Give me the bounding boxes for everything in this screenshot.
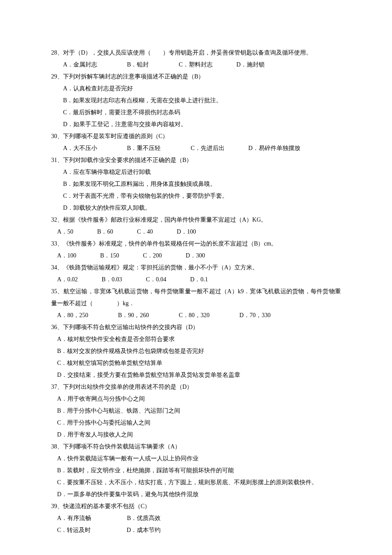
question-body: 下列对卸载作业安全要求的描述不正确的是（B） (63, 157, 192, 163)
question-block: 39、快递流程的基本要求不包括（C）A．有序流畅 B．优质高效C．转运及时 D．… (51, 500, 341, 536)
question-option: D．卸载较大的快件应双人卸载。 (51, 202, 341, 214)
question-block: 33、《快件服务》标准规定，快件的单件包装规格任何一边的长度不宜超过（B）cm。… (51, 238, 341, 262)
document-page: 28、对于（D），交接人员应该使用（ ）专用钥匙开启，并妥善保管钥匙以备查询及循… (0, 0, 392, 555)
question-option: D．一票多单的快件要集中装码，避免与其他快件混放 (51, 489, 341, 500)
question-text: 36、下列哪项不符合航空运输出站快件的交接内容（D） (51, 321, 341, 333)
question-block: 36、下列哪项不符合航空运输出站快件的交接内容（D）A．核对航空快件安全检查是否… (51, 321, 341, 381)
question-body: 航空运输，非宽体飞机载运货物，每件货物重量一般不超过（A）k9．宽体飞机载运的货… (51, 288, 341, 306)
question-number: 29、 (51, 73, 63, 80)
question-option: D．如果手工登记，注意需与交接单内容核对。 (51, 119, 341, 130)
question-number: 34、 (51, 264, 63, 271)
question-body: 对于（D），交接人员应该使用（ ）专用钥匙开启，并妥善保管钥匙以备查询及循环使用… (63, 49, 312, 56)
question-option: C．核对航空填写的货舱单货航空结算单 (51, 357, 341, 369)
question-body: 下列哪项不是装车时应遵循的原则（C） (63, 133, 168, 139)
question-text: 29、下列对拆解车辆封志的注意事项描述不正确的是（B） (51, 71, 341, 83)
question-body: 下列对拆解车辆封志的注意事项描述不正确的是（B） (63, 73, 204, 80)
question-option: B．如果发现不明化工原料漏出，用身体直接触摸或鼻嗅。 (51, 178, 341, 190)
question-option: D．用于寄发人与接收人之间 (51, 429, 341, 441)
question-block: 37、下列对出站快件交接单的使用表述不符的是（D）A．用于收寄网点与分拣中心之间… (51, 381, 341, 441)
question-option: A．认真检查封志是否完好 (51, 83, 341, 95)
question-option: C．用于分拣中心与委托运输人之间 (51, 417, 341, 429)
question-option: A．应在车辆停靠稳定后进行卸载 (51, 166, 341, 178)
question-text: 31、下列对卸载作业安全要求的描述不正确的是（B） (51, 154, 341, 166)
question-option: A．核对航空快件安全检查是否全部符合要求 (51, 333, 341, 345)
question-option: A．0.02 B．0.03 C．0.04 D．0.1 (51, 274, 341, 286)
questions-container: 28、对于（D），交接人员应该使用（ ）专用钥匙开启，并妥善保管钥匙以备查询及循… (51, 47, 341, 536)
question-number: 31、 (51, 157, 63, 163)
question-block: 30、下列哪项不是装车时应遵循的原则（C）A．大不压小 B．重不压轻 C．先进后… (51, 130, 341, 154)
question-option: A．80，250 B．90，260 C．80，320 D．70，330 (51, 309, 341, 321)
question-number: 36、 (51, 324, 63, 330)
question-body: 快递流程的基本要求不包括（C） (63, 503, 150, 509)
question-text: 33、《快件服务》标准规定，快件的单件包装规格任何一边的长度不宜超过（B）cm。 (51, 238, 341, 250)
question-body: 下列哪项不符合航空运输出站快件的交接内容（D） (63, 324, 199, 330)
question-text: 30、下列哪项不是装车时应遵循的原则（C） (51, 130, 341, 142)
question-body: 《铁路货物运输规程》规定：零担托运的货物，最小不小于（A）立方米。 (63, 264, 258, 271)
question-block: 35、航空运输，非宽体飞机载运货物，每件货物重量一般不超过（A）k9．宽体飞机载… (51, 286, 341, 321)
question-option: C．要按重不压轻，大不压小，结实打底，方下圆上，规则形居底、不规则形摆上的原则装… (51, 477, 341, 489)
question-number: 28、 (51, 49, 63, 56)
question-number: 35、 (51, 288, 63, 295)
question-option: A．金属封志 B．铅封 C．塑料封志 D．施封锁 (51, 59, 341, 71)
question-option: A．100 B．150 C．200 D．300 (51, 250, 341, 262)
question-option: B．用于分拣中心与航运、铁路、汽运部门之间 (51, 405, 341, 417)
question-option: C．最后拆解时，需要注意不得损伤封志条码 (51, 107, 341, 119)
question-body: 下列对出站快件交接单的使用表述不符的是（D） (63, 384, 193, 390)
question-option: A．50 B．60 C．40 D．100 (51, 226, 341, 238)
question-block: 31、下列对卸载作业安全要求的描述不正确的是（B）A．应在车辆停靠稳定后进行卸载… (51, 154, 341, 214)
question-block: 29、下列对拆解车辆封志的注意事项描述不正确的是（B）A．认真检查封志是否完好B… (51, 71, 341, 130)
question-text: 32、根据《快件服务》邮政行业标准规定，国内单件快件重量不宜超过（A）KG。 (51, 214, 341, 226)
question-option: C．对于表面不光滑，带有尖锐物包装的快件，要带防护手套。 (51, 190, 341, 202)
question-number: 33、 (51, 240, 63, 247)
question-option: B．核对交发的快件规格及快件总包袋牌或包签是否完好 (51, 345, 341, 357)
question-option: A．大不压小 B．重不压轻 C．先进后出 D．易碎件单独摆放 (51, 142, 341, 154)
question-text: 37、下列对出站快件交接单的使用表述不符的是（D） (51, 381, 341, 393)
question-block: 28、对于（D），交接人员应该使用（ ）专用钥匙开启，并妥善保管钥匙以备查询及循… (51, 47, 341, 71)
question-number: 37、 (51, 384, 63, 390)
question-block: 32、根据《快件服务》邮政行业标准规定，国内单件快件重量不宜超过（A）KG。A．… (51, 214, 341, 238)
question-block: 38、下列哪项不符合快件装载陆运车辆要求（A）A．快件装载陆运车辆一般有一人或一… (51, 441, 341, 500)
question-body: 根据《快件服务》邮政行业标准规定，国内单件快件重量不宜超过（A）KG。 (63, 217, 267, 223)
question-option: D．交接结束，接受方要在货舱单货航空结算单及货站发货单签名盖章 (51, 369, 341, 381)
question-option: A．用于收寄网点与分拣中心之间 (51, 393, 341, 405)
question-text: 34、《铁路货物运输规程》规定：零担托运的货物，最小不小于（A）立方米。 (51, 262, 341, 274)
question-number: 38、 (51, 443, 63, 450)
question-number: 32、 (51, 217, 63, 223)
question-option: A．快件装载陆运车辆一般有一人或一人以上协同作业 (51, 453, 341, 465)
question-number: 30、 (51, 133, 63, 139)
question-text: 28、对于（D），交接人员应该使用（ ）专用钥匙开启，并妥善保管钥匙以备查询及循… (51, 47, 341, 59)
question-option: A．有序流畅 B．优质高效 (51, 512, 341, 524)
question-text: 39、快递流程的基本要求不包括（C） (51, 500, 341, 512)
question-number: 39、 (51, 503, 63, 509)
question-option: B．装载时，应文明作业，杜绝抛掷，踩踏等有可能损坏快件的可能 (51, 465, 341, 477)
question-option: C．转运及时 D．成本节约 (51, 524, 341, 536)
question-body: 《快件服务》标准规定，快件的单件包装规格任何一边的长度不宜超过（B）cm。 (63, 240, 277, 247)
question-text: 35、航空运输，非宽体飞机载运货物，每件货物重量一般不超过（A）k9．宽体飞机载… (51, 286, 341, 309)
question-option: B．如果发现封志印志有点模糊，无需在交接单上进行批注。 (51, 95, 341, 107)
question-text: 38、下列哪项不符合快件装载陆运车辆要求（A） (51, 441, 341, 453)
question-block: 34、《铁路货物运输规程》规定：零担托运的货物，最小不小于（A）立方米。A．0.… (51, 262, 341, 286)
question-body: 下列哪项不符合快件装载陆运车辆要求（A） (63, 443, 181, 450)
